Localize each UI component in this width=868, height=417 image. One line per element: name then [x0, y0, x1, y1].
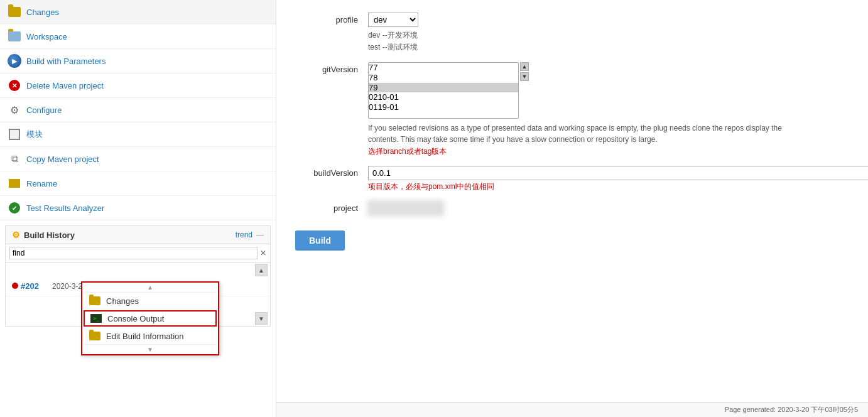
main-content: profile dev test dev --开发环境 test --测试环境 …: [276, 0, 868, 417]
project-label: project: [295, 201, 358, 213]
find-bar: ✕: [6, 244, 270, 263]
git-version-content: 77 78 79 0210-01 0119-01 ▲ ▼ If you sele…: [368, 62, 849, 157]
sidebar-item-label: Copy Maven project: [26, 154, 99, 164]
sidebar-item-build-with-parameters[interactable]: ▶ Build with Parameters: [0, 49, 276, 73]
git-version-label: gitVersion: [295, 62, 358, 74]
build-number-link[interactable]: #202: [21, 281, 46, 291]
git-version-hint2: 选择branch或者tag版本: [368, 146, 849, 157]
sidebar-item-label: 模块: [26, 129, 43, 140]
build-version-input[interactable]: [368, 166, 868, 180]
sidebar-item-label: Workspace: [26, 32, 67, 41]
sidebar-item-label: Delete Maven project: [26, 81, 104, 90]
find-input[interactable]: [9, 247, 258, 259]
find-close-button[interactable]: ✕: [260, 249, 266, 257]
sidebar-item-label: Rename: [26, 179, 57, 188]
dropdown-item-edit-build-info[interactable]: Edit Build Information: [82, 328, 218, 344]
copy-icon: ⧉: [8, 152, 21, 166]
sidebar-item-workspace[interactable]: Workspace: [0, 24, 276, 49]
sidebar-item-modules[interactable]: 模块: [0, 122, 276, 147]
profile-param-row: profile dev test dev --开发环境 test --测试环境: [295, 13, 849, 53]
build-with-parameters-icon: ▶: [8, 54, 21, 68]
git-version-listbox[interactable]: 77 78 79 0210-01 0119-01: [368, 62, 519, 119]
build-version-hint: 项目版本，必须与pom.xml中的值相同: [368, 181, 868, 192]
sidebar: Changes Workspace ▶ Build with Parameter…: [0, 0, 276, 417]
sidebar-item-delete-maven-project[interactable]: ✕ Delete Maven project: [0, 73, 276, 98]
build-context-menu: ▲ Changes >_ Console Output: [81, 281, 219, 355]
sidebar-item-test-results-analyzer[interactable]: ✔ Test Results Analyzer: [0, 196, 276, 220]
page-footer: Page generated: 2020-3-20 下午03时05分5: [276, 402, 868, 417]
dropdown-item-console-output[interactable]: >_ Console Output: [84, 310, 217, 327]
listbox-scroll-down[interactable]: ▼: [520, 72, 529, 81]
project-param-row: project: [295, 201, 849, 215]
sidebar-item-label: Test Results Analyzer: [26, 203, 104, 213]
footer-text: Page generated: 2020-3-20 下午03时05分5: [725, 406, 858, 413]
listbox-scroll-up[interactable]: ▲: [520, 62, 529, 71]
profile-label: profile: [295, 13, 358, 24]
trend-dash: —: [256, 230, 264, 239]
sidebar-item-changes[interactable]: Changes: [0, 0, 276, 24]
listbox-scrollbar: ▲ ▼: [520, 62, 529, 81]
folder-icon: [8, 5, 21, 19]
stop-icon: ✕: [8, 79, 21, 92]
scroll-up-area: ▲: [6, 263, 270, 278]
profile-options: dev --开发环境 test --测试环境: [368, 30, 849, 53]
build-history-gear-icon: ⚙: [12, 230, 20, 240]
scroll-down-button[interactable]: ▼: [255, 312, 268, 325]
build-status-indicator: [12, 283, 18, 289]
sidebar-item-copy-maven-project[interactable]: ⧉ Copy Maven project: [0, 147, 276, 171]
rename-icon: [8, 176, 21, 190]
build-version-content: 项目版本，必须与pom.xml中的值相同: [368, 166, 868, 192]
profile-select[interactable]: dev test: [368, 13, 418, 27]
git-version-param-row: gitVersion 77 78 79 0210-01 0119-01 ▲ ▼: [295, 62, 849, 157]
sidebar-item-configure[interactable]: ⚙ Configure: [0, 98, 276, 122]
project-content: [368, 201, 849, 215]
workspace-icon: [8, 30, 21, 43]
folder-icon: [89, 296, 101, 306]
build-history-header: ⚙ Build History trend —: [6, 226, 270, 244]
sidebar-item-rename[interactable]: Rename: [0, 171, 276, 196]
build-version-param-row: buildVersion 项目版本，必须与pom.xml中的值相同: [295, 166, 849, 192]
module-icon: [8, 127, 21, 141]
build-history-section: ⚙ Build History trend — ✕ ▲: [5, 225, 271, 327]
profile-content: dev test dev --开发环境 test --测试环境: [368, 13, 849, 53]
sidebar-item-label: Changes: [26, 8, 59, 17]
build-history-title: ⚙ Build History: [12, 230, 75, 240]
build-version-label: buildVersion: [295, 166, 358, 178]
profile-option-test: test --测试环境: [368, 41, 849, 53]
sidebar-item-label: Configure: [26, 106, 62, 115]
console-icon: >_: [90, 313, 102, 323]
build-history-list: ▲ #202 2020-3-20 下午2:42 ▲ Changes: [6, 263, 270, 326]
dropdown-arrow-up: ▲: [82, 283, 218, 293]
scroll-up-button[interactable]: ▲: [255, 264, 268, 276]
profile-option-dev: dev --开发环境: [368, 30, 849, 41]
gear-icon: ⚙: [8, 103, 21, 117]
test-icon: ✔: [8, 201, 21, 215]
git-version-hint: If you selected revisions as a type of p…: [368, 122, 808, 145]
trend-link[interactable]: trend: [236, 230, 252, 239]
dropdown-arrow-down: ▼: [82, 344, 218, 354]
build-button-row: Build: [295, 224, 849, 251]
sidebar-item-label: Build with Parameters: [26, 57, 106, 66]
folder-icon: [89, 331, 101, 341]
dropdown-item-changes[interactable]: Changes: [82, 293, 218, 309]
build-button[interactable]: Build: [295, 230, 345, 251]
project-input[interactable]: [368, 201, 443, 215]
